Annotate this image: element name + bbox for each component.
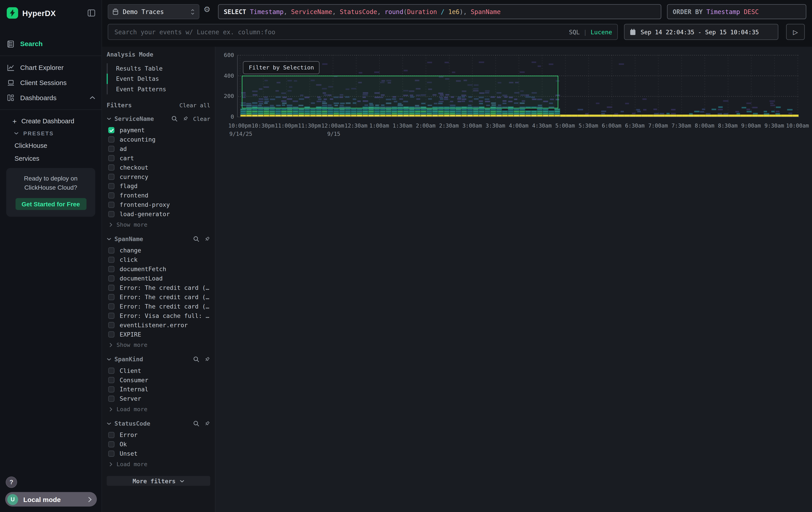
pin-icon[interactable] — [204, 356, 210, 362]
checkbox[interactable] — [108, 266, 115, 272]
sidebar-item-dashboards[interactable]: Dashboards — [0, 90, 102, 105]
pin-icon[interactable] — [204, 236, 210, 242]
filter-item[interactable]: change — [108, 246, 210, 255]
more-filters-button[interactable]: More filters — [107, 476, 210, 486]
pin-icon[interactable] — [204, 421, 210, 427]
order-by-editor[interactable]: ORDER BY Timestamp DESC — [667, 4, 807, 19]
checkbox[interactable] — [108, 441, 115, 448]
checkbox[interactable] — [108, 313, 115, 319]
filter-item[interactable]: Consumer — [108, 375, 210, 385]
search-icon[interactable] — [171, 115, 178, 122]
checkbox[interactable] — [108, 303, 115, 309]
chart-selection-region[interactable] — [242, 76, 558, 108]
filter-item[interactable]: cart — [108, 153, 210, 163]
checkbox[interactable] — [108, 275, 115, 281]
sidebar-item-search[interactable]: Search — [0, 36, 102, 51]
filter-item[interactable]: Error: The credit card (… — [108, 283, 210, 293]
analysis-mode-event-patterns[interactable]: Event Patterns — [107, 84, 210, 95]
checkbox[interactable] — [108, 202, 115, 208]
preset-item-clickhouse[interactable]: ClickHouse — [0, 139, 102, 152]
search-icon[interactable] — [193, 421, 199, 427]
filter-item[interactable]: payment — [108, 126, 210, 135]
filter-item[interactable]: Error: The credit card (… — [108, 302, 210, 311]
checkbox[interactable] — [108, 247, 115, 253]
create-dashboard-button[interactable]: + Create Dashboard — [0, 115, 102, 128]
checkbox[interactable] — [108, 257, 115, 263]
filter-item[interactable]: accounting — [108, 135, 210, 144]
local-mode-menu[interactable]: U Local mode — [5, 492, 97, 507]
time-range-picker[interactable]: Sep 14 22:04:35 - Sep 15 10:04:35 — [624, 24, 778, 40]
checkbox[interactable] — [108, 368, 115, 374]
show-more-link[interactable]: Load more — [108, 404, 210, 414]
search-icon[interactable] — [193, 356, 199, 362]
lucene-mode-button[interactable]: Lucene — [590, 28, 612, 36]
checkbox[interactable] — [108, 294, 115, 300]
search-icon[interactable] — [193, 236, 199, 242]
filter-item[interactable]: Error: The credit card (… — [108, 293, 210, 302]
sidebar-item-client-sessions[interactable]: Client Sessions — [0, 75, 102, 90]
analysis-mode-results-table[interactable]: Results Table — [107, 63, 210, 74]
sql-mode-button[interactable]: SQL — [569, 28, 580, 36]
pin-icon[interactable] — [182, 115, 188, 122]
run-query-button[interactable]: ▷ — [786, 24, 805, 40]
filter-item[interactable]: load-generator — [108, 210, 210, 219]
filter-item[interactable]: flagd — [108, 182, 210, 191]
chevron-up-icon[interactable] — [90, 96, 95, 100]
filter-item[interactable]: Unset — [108, 449, 210, 458]
filter-item[interactable]: click — [108, 255, 210, 265]
checkbox[interactable] — [108, 173, 115, 180]
checkbox[interactable] — [108, 211, 115, 217]
gear-icon[interactable]: ⚙ — [203, 5, 210, 14]
checkbox-checked[interactable] — [108, 127, 115, 133]
checkbox[interactable] — [108, 386, 115, 393]
filter-item[interactable]: checkout — [108, 163, 210, 172]
presets-toggle[interactable]: PRESETS — [0, 128, 102, 139]
checkbox[interactable] — [108, 192, 115, 198]
sql-select-editor[interactable]: SELECT Timestamp, ServiceName, StatusCod… — [218, 4, 662, 19]
show-more-link[interactable]: Load more — [108, 459, 210, 469]
sidebar-item-chart-explorer[interactable]: Chart Explorer — [0, 60, 102, 75]
filter-by-selection-button[interactable]: Filter by Selection — [243, 61, 320, 74]
search-input[interactable] — [113, 28, 569, 36]
filter-item[interactable]: Error: Visa cache full: … — [108, 311, 210, 320]
filter-item[interactable]: documentFetch — [108, 265, 210, 274]
preset-item-services[interactable]: Services — [0, 152, 102, 165]
chevron-down-icon[interactable] — [107, 238, 111, 241]
checkbox[interactable] — [108, 285, 115, 291]
checkbox[interactable] — [108, 396, 115, 402]
clear-filter-button[interactable]: Clear — [193, 115, 210, 122]
filter-item[interactable]: documentLoad — [108, 274, 210, 283]
checkbox[interactable] — [108, 136, 115, 143]
filter-item[interactable]: Error — [108, 430, 210, 440]
checkbox[interactable] — [108, 164, 115, 170]
filter-item[interactable]: frontend — [108, 191, 210, 200]
help-button[interactable]: ? — [6, 476, 17, 488]
checkbox[interactable] — [108, 322, 115, 328]
checkbox[interactable] — [108, 451, 115, 457]
filter-item[interactable]: frontend-proxy — [108, 200, 210, 210]
show-more-link[interactable]: Show more — [108, 340, 210, 350]
sidebar-collapse-icon[interactable] — [88, 9, 95, 17]
filter-item[interactable]: EXPIRE — [108, 330, 210, 339]
checkbox[interactable] — [108, 331, 115, 338]
filter-item[interactable]: Internal — [108, 385, 210, 394]
filter-item[interactable]: Ok — [108, 440, 210, 449]
analysis-mode-event-deltas[interactable]: Event Deltas — [107, 74, 210, 84]
checkbox[interactable] — [108, 377, 115, 383]
filter-item[interactable]: eventListener.error — [108, 320, 210, 330]
clear-all-filters-button[interactable]: Clear all — [179, 102, 210, 109]
filter-item[interactable]: Client — [108, 366, 210, 375]
filter-item[interactable]: ad — [108, 144, 210, 153]
filter-item[interactable]: currency — [108, 172, 210, 182]
data-source-select[interactable]: Demo Traces — [108, 4, 199, 19]
show-more-link[interactable]: Show more — [108, 220, 210, 229]
chevron-down-icon[interactable] — [107, 358, 111, 361]
checkbox[interactable] — [108, 155, 115, 161]
checkbox[interactable] — [108, 432, 115, 438]
checkbox[interactable] — [108, 183, 115, 189]
get-started-button[interactable]: Get Started for Free — [15, 198, 86, 210]
chevron-down-icon[interactable] — [107, 422, 111, 425]
filter-item[interactable]: Server — [108, 394, 210, 403]
chevron-down-icon[interactable] — [107, 117, 111, 120]
checkbox[interactable] — [108, 145, 115, 152]
